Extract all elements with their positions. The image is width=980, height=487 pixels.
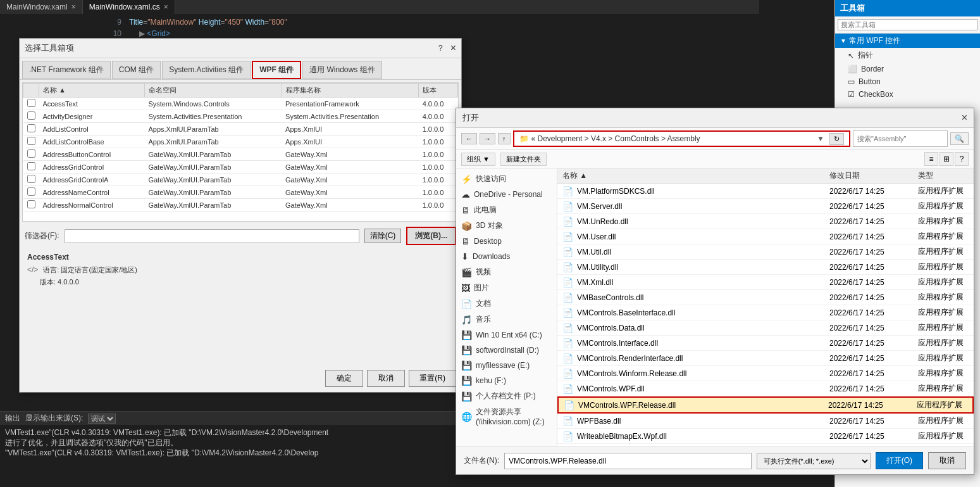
dialog-close-icon[interactable]: × (450, 42, 456, 54)
table-row[interactable]: AddListControlBase Apps.XmlUI.ParamTab A… (23, 136, 458, 148)
output-source-select[interactable]: 调试 (88, 414, 116, 424)
row-checkbox[interactable] (27, 124, 35, 132)
table-row[interactable]: AccessText System.Windows.Controls Prese… (23, 98, 458, 110)
col-name[interactable]: 名称 ▲ (562, 170, 829, 181)
tab-wpf[interactable]: WPF 组件 (252, 61, 301, 79)
file-list-item[interactable]: 📄 VMControls.RenderInterface.dll 2022/6/… (557, 351, 974, 366)
file-cancel-button[interactable]: 取消 (928, 452, 966, 469)
view-help-button[interactable]: ? (955, 152, 969, 166)
row-checkbox[interactable] (27, 149, 35, 158)
organize-button[interactable]: 组织 ▼ (461, 153, 495, 166)
file-list-item[interactable]: 📄 VM.Utility.dll 2022/6/17 14:25 应用程序扩展 (557, 260, 974, 275)
dialog-help-icon[interactable]: ? (438, 44, 443, 53)
table-row[interactable]: AddressNormalControl GateWay.XmlUI.Param… (23, 199, 458, 212)
new-folder-button[interactable]: 新建文件夹 (500, 153, 547, 166)
file-list-item[interactable]: 📄 VMBaseControls.dll 2022/6/17 14:25 应用程… (557, 290, 974, 305)
close-tab-0[interactable]: × (71, 3, 76, 11)
nav-forward-button[interactable]: → (480, 133, 495, 144)
row-checkbox[interactable] (27, 137, 35, 145)
col-header-version[interactable]: 版本 (419, 84, 458, 98)
file-list-item[interactable]: 📄 VM.Server.dll 2022/6/17 14:25 应用程序扩展 (557, 199, 974, 214)
tab-mainwindow-xaml[interactable]: MainWindow.xaml × (0, 0, 83, 14)
sidebar-nav-item[interactable]: ⚡快速访问 (456, 171, 557, 187)
table-row[interactable]: AddressGridControl GateWay.XmlUI.ParamTa… (23, 161, 458, 174)
tab-universal-windows[interactable]: 通用 Windows 组件 (302, 61, 381, 79)
nav-back-button[interactable]: ← (461, 133, 477, 144)
file-list-item[interactable]: 📄 VM.Xml.dll 2022/6/17 14:25 应用程序扩展 (557, 275, 974, 290)
col-header-name[interactable]: 名称 ▲ (39, 84, 145, 98)
nav-up-button[interactable]: ↑ (498, 133, 511, 144)
sidebar-nav-item[interactable]: 🖥此电脑 (456, 202, 557, 218)
breadcrumb-dropdown-icon[interactable]: ▼ (817, 134, 824, 143)
reset-button[interactable]: 重置(R) (409, 370, 456, 387)
file-list-item[interactable]: 📄 VMControls.Data.dll 2022/6/17 14:25 应用… (557, 320, 974, 336)
table-row[interactable]: AddressGridControlA GateWay.XmlUI.ParamT… (23, 174, 458, 186)
sidebar-nav-item[interactable]: 🖼图片 (456, 280, 557, 296)
tab-com[interactable]: COM 组件 (112, 61, 161, 79)
sidebar-nav-item[interactable]: 🎵音乐 (456, 312, 557, 327)
tab-mainwindow-cs[interactable]: MainWindow.xaml.cs × (83, 0, 175, 14)
sidebar-nav-item[interactable]: 🌐文件资源共享 (\\hikvision.com) (Z:) (456, 404, 557, 429)
file-list-item[interactable]: 📄 VM.PlatformSDKCS.dll 2022/6/17 14:25 应… (557, 184, 974, 199)
file-list-item[interactable]: 📄 VMControls.Winform.Release.dll 2022/6/… (557, 366, 974, 381)
sidebar-nav-item[interactable]: 💾个人存档文件 (P:) (456, 388, 557, 404)
file-search-input[interactable] (853, 130, 948, 147)
sidebar-nav-item[interactable]: 💾Win 10 Ent x64 (C:) (456, 327, 557, 343)
sidebar-nav-item[interactable]: 💾softwordInstall (D:) (456, 343, 557, 358)
toolbar-item-checkbox[interactable]: ☑ CheckBox (835, 88, 980, 101)
table-row[interactable]: AddListControl Apps.XmlUI.ParamTab Apps.… (23, 123, 458, 136)
sidebar-label: OneDrive - Personal (474, 190, 543, 199)
sidebar-nav-item[interactable]: ☁OneDrive - Personal (456, 187, 557, 202)
refresh-button[interactable]: ↻ (829, 133, 844, 145)
toolbar-item-pointer[interactable]: ↖ 指针 (835, 48, 980, 63)
row-checkbox[interactable] (27, 187, 35, 196)
view-details-button[interactable]: ≡ (924, 152, 938, 166)
toolbar-item-border[interactable]: ⬜ Border (835, 63, 980, 75)
sidebar-nav-item[interactable]: 💾kehu (F:) (456, 373, 557, 388)
close-tab-1[interactable]: × (164, 3, 168, 11)
col-header-assembly[interactable]: 程序集名称 (282, 84, 419, 98)
browse-button[interactable]: 浏览(B)... (406, 227, 456, 245)
row-checkbox[interactable] (27, 111, 35, 120)
sidebar-nav-item[interactable]: 🖥Desktop (456, 234, 557, 249)
tab-activities[interactable]: System.Activities 组件 (162, 61, 251, 79)
sidebar-nav-item[interactable]: 🎬视频 (456, 264, 557, 280)
row-checkbox[interactable] (27, 162, 35, 170)
row-checkbox[interactable] (27, 200, 35, 208)
search-icon[interactable]: 🔍 (950, 132, 969, 145)
file-list-item[interactable]: 📄 VM.Util.dll 2022/6/17 14:25 应用程序扩展 (557, 244, 974, 260)
toolbar-search-input[interactable] (838, 19, 977, 30)
table-row[interactable]: AddressNameControl GateWay.XmlUI.ParamTa… (23, 186, 458, 199)
toolbar-item-button[interactable]: ▭ Button (835, 75, 980, 88)
cancel-button[interactable]: 取消 (367, 370, 405, 387)
col-type[interactable]: 类型 (918, 170, 969, 181)
clear-filter-button[interactable]: 清除(C) (364, 229, 402, 243)
file-list-item[interactable]: 📄 VMControls.BaseInterface.dll 2022/6/17… (557, 305, 974, 320)
file-dialog-close-icon[interactable]: × (962, 112, 967, 123)
filetype-select[interactable]: 可执行文件(*.dll; *.exe) (757, 453, 871, 469)
row-checkbox[interactable] (27, 175, 35, 183)
col-date[interactable]: 修改日期 (829, 170, 918, 181)
table-row[interactable]: AddressButtonControl GateWay.XmlUI.Param… (23, 148, 458, 161)
file-list-item[interactable]: 📄 VMControls.WPF.dll 2022/6/17 14:25 应用程… (557, 381, 974, 396)
table-row[interactable]: ActivityDesigner System.Activities.Prese… (23, 110, 458, 123)
file-list-item[interactable]: 📄 VMControls.Interface.dll 2022/6/17 14:… (557, 336, 974, 351)
file-list-item[interactable]: 📄 VM.User.dll 2022/6/17 14:25 应用程序扩展 (557, 229, 974, 244)
file-list-item[interactable]: 📄 WPFBase.dll 2022/6/17 14:25 应用程序扩展 (557, 414, 974, 429)
sidebar-nav-item[interactable]: 📦3D 对象 (456, 218, 557, 234)
sidebar-nav-item[interactable]: 💾myfilessave (E:) (456, 358, 557, 373)
file-list-item[interactable]: 📄 WriteableBitmapEx.Wpf.dll 2022/6/17 14… (557, 429, 974, 444)
open-button[interactable]: 打开(O) (876, 452, 923, 469)
filename-input[interactable] (504, 453, 752, 469)
ok-button[interactable]: 确定 (325, 370, 363, 387)
sidebar-nav-item[interactable]: ⬇Downloads (456, 249, 557, 264)
tab-dotnet[interactable]: .NET Framework 组件 (22, 61, 111, 79)
breadcrumb-bar[interactable]: 📁 « Development > V4.x > ComControls > A… (513, 130, 851, 147)
file-list-item[interactable]: 📄 VM.UnRedo.dll 2022/6/17 14:25 应用程序扩展 (557, 214, 974, 229)
col-header-namespace[interactable]: 命名空间 (144, 84, 282, 98)
sidebar-nav-item[interactable]: 📄文档 (456, 296, 557, 312)
row-checkbox[interactable] (27, 99, 35, 107)
view-tiles-button[interactable]: ⊞ (940, 152, 953, 166)
filter-input[interactable] (65, 229, 359, 243)
file-list-item[interactable]: 📄 VMControls.WPF.Release.dll 2022/6/17 1… (557, 396, 974, 414)
